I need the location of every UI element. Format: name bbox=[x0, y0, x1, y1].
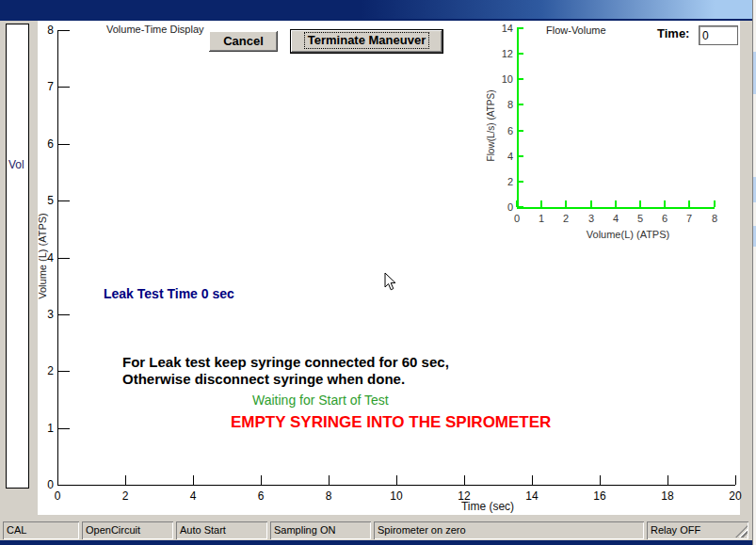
vt-x-axis-label: Time (sec) bbox=[431, 500, 544, 513]
vol-label: Vol bbox=[8, 158, 24, 171]
fv-y-axis-label: Flow(L/s) (ATPS) bbox=[486, 51, 496, 201]
time-label: Time: bbox=[657, 26, 689, 40]
window-bottom-border bbox=[0, 540, 756, 545]
fv-chart-title: Flow-Volume bbox=[546, 24, 606, 36]
app-window: OMI Spirometry Main Program - Version 5.… bbox=[0, 0, 756, 545]
chart-surface bbox=[38, 21, 740, 515]
status-panel-cal: CAL bbox=[3, 521, 79, 539]
background-window-sliver bbox=[752, 0, 756, 545]
leak-test-time-message: Leak Test Time 0 sec bbox=[104, 286, 234, 301]
status-panel-autostart: Auto Start bbox=[176, 521, 267, 539]
status-panel-circuit: OpenCircuit bbox=[82, 521, 173, 539]
terminate-maneuver-button[interactable]: Terminate Maneuver bbox=[290, 29, 443, 54]
fv-x-axis-label: Volume(L) (ATPS) bbox=[571, 229, 684, 240]
instruction-line-1: For Leak test keep syringe connected for… bbox=[122, 354, 449, 370]
empty-syringe-alert: EMPTY SYRINGE INTO THE SPIROMETER bbox=[231, 413, 551, 432]
mouse-cursor-icon bbox=[384, 272, 397, 292]
time-input[interactable] bbox=[699, 25, 738, 45]
status-panel-spirometer: Spirometer on zero bbox=[374, 521, 644, 539]
status-panel-sampling: Sampling ON bbox=[270, 521, 371, 539]
title-bar[interactable]: OMI Spirometry Main Program - Version 5.… bbox=[0, 0, 752, 19]
status-panel-relay: Relay OFF bbox=[647, 521, 748, 539]
terminate-button-label: Terminate Maneuver bbox=[305, 33, 428, 48]
cancel-button-label: Cancel bbox=[223, 34, 264, 48]
cancel-button[interactable]: Cancel bbox=[209, 31, 278, 52]
vt-chart-title: Volume-Time Display bbox=[106, 24, 204, 35]
status-bar: CAL OpenCircuit Auto Start Sampling ON S… bbox=[0, 520, 752, 540]
vt-y-axis-label: Volume (L) (ATPS) bbox=[37, 115, 48, 397]
vol-side-panel: Vol bbox=[6, 24, 29, 489]
instruction-line-2: Otherwise disconnect syringe when done. bbox=[122, 371, 405, 387]
waiting-status-message: Waiting for Start of Test bbox=[252, 393, 389, 408]
